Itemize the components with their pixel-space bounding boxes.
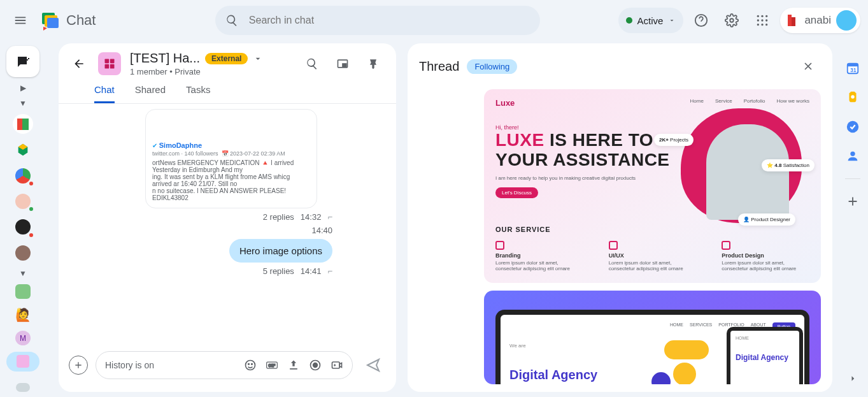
apps-button[interactable] (750, 8, 775, 33)
main-menu-button[interactable] (8, 8, 33, 33)
svg-text:GIF: GIF (268, 363, 275, 368)
tab-tasks[interactable]: Tasks (186, 84, 210, 103)
status-selector[interactable]: Active (618, 8, 684, 33)
emoji-icon[interactable] (244, 359, 257, 372)
rail-contact-3[interactable] (13, 166, 33, 185)
contacts-icon[interactable] (846, 149, 860, 163)
left-rail: ▶ ▼ ▼ 🙋 M (0, 41, 46, 397)
svg-rect-14 (17, 119, 22, 130)
search-input[interactable] (249, 15, 530, 26)
search-icon (225, 13, 238, 27)
expand-rail-icon[interactable]: ▶ (20, 83, 26, 92)
external-badge: External (205, 53, 248, 64)
svg-point-5 (757, 15, 759, 17)
chat-panel: [TEST] Ha... External 1 member • Private… (59, 43, 396, 392)
search-bar[interactable] (215, 6, 540, 35)
show-side-panel-button[interactable] (847, 373, 858, 384)
chevron-down-icon (668, 17, 676, 24)
space-icon (98, 52, 121, 75)
product-name: Chat (66, 12, 96, 29)
add-addon-button[interactable] (846, 194, 860, 208)
pin-button[interactable] (360, 51, 386, 76)
message-bubble[interactable]: Hero image options (229, 239, 332, 263)
new-chat-button[interactable] (6, 46, 39, 77)
rail-contact-4[interactable] (13, 192, 33, 211)
gif-icon[interactable]: GIF (266, 359, 278, 372)
send-button[interactable] (360, 352, 386, 378)
quote-author: SimoDaphne (159, 141, 202, 149)
svg-point-33 (851, 95, 855, 99)
svg-rect-31 (848, 64, 858, 67)
pip-button[interactable] (330, 51, 355, 76)
close-thread-button[interactable] (795, 54, 821, 79)
thread-panel: Thread Following Luxe HomeServicePortofo… (408, 43, 832, 392)
rail-space-1[interactable] (15, 284, 31, 299)
rail-space-2[interactable]: 🙋 (13, 305, 33, 324)
status-label: Active (637, 15, 664, 26)
timestamp: 14:40 (311, 226, 332, 235)
settings-button[interactable] (719, 8, 744, 33)
svg-point-8 (757, 19, 759, 21)
rail-space-3[interactable]: M (15, 331, 31, 345)
reply-summary-1[interactable]: 2 replies 14:32 ⌐ (263, 212, 332, 222)
following-badge[interactable]: Following (467, 59, 517, 74)
svg-point-12 (762, 24, 764, 25)
search-in-space-button[interactable] (299, 51, 325, 76)
history-label: History is on (105, 360, 154, 370)
rail-contact-1[interactable] (13, 114, 33, 133)
rail-contact-6[interactable] (13, 243, 33, 263)
svg-rect-18 (105, 64, 110, 69)
org-name: anabi (804, 14, 831, 27)
svg-rect-16 (105, 59, 110, 64)
upload-icon[interactable] (287, 359, 300, 372)
space-subtitle: 1 member • Private (130, 67, 263, 76)
thread-title: Thread (419, 59, 459, 74)
message-tail-icon: ⌐ (327, 266, 332, 276)
chat-logo-icon (41, 10, 61, 31)
svg-rect-21 (343, 64, 346, 66)
help-button[interactable] (688, 8, 714, 33)
svg-point-9 (762, 19, 764, 21)
attachment-image-1[interactable]: Luxe HomeServicePortofolioHow we works H… (484, 89, 821, 283)
svg-rect-2 (47, 18, 59, 28)
svg-rect-19 (110, 64, 115, 69)
collapse-spaces-icon[interactable]: ▼ (19, 269, 27, 278)
rail-contact-5[interactable] (13, 217, 33, 236)
calendar-icon[interactable]: 31 (846, 61, 860, 75)
space-title: [TEST] Ha... (130, 51, 200, 66)
org-account[interactable]: anabi (780, 8, 860, 33)
rail-contact-2[interactable] (13, 140, 33, 159)
rail-space-selected[interactable] (6, 352, 39, 371)
svg-rect-15 (22, 119, 29, 130)
keep-icon[interactable] (846, 90, 860, 105)
record-icon[interactable] (309, 359, 322, 372)
space-dropdown-icon[interactable] (253, 54, 263, 64)
svg-point-13 (765, 24, 767, 25)
svg-rect-29 (332, 362, 340, 368)
quoted-tweet-card[interactable]: ✔ SimoDaphne twitter.com · 140 followers… (145, 109, 317, 208)
svg-point-4 (730, 18, 734, 22)
side-panel-rail: 31 (837, 41, 868, 397)
product-logo: Chat (41, 10, 96, 31)
svg-rect-17 (110, 59, 115, 64)
rail-space-4[interactable] (13, 378, 33, 397)
message-input[interactable]: History is on GIF (96, 351, 353, 379)
video-icon[interactable] (331, 359, 343, 372)
attachment-image-2[interactable]: HOMESERVICESPORTFOLIOABOUTButton We are … (484, 291, 821, 384)
user-avatar[interactable] (836, 10, 857, 31)
tab-shared[interactable]: Shared (135, 84, 166, 103)
tasks-icon[interactable] (846, 120, 860, 134)
collapse-section-icon[interactable]: ▼ (19, 99, 27, 108)
svg-point-22 (246, 361, 255, 370)
svg-point-35 (850, 152, 855, 156)
back-button[interactable] (69, 54, 89, 74)
tab-chat[interactable]: Chat (94, 84, 115, 103)
reply-summary-2[interactable]: 5 replies 14:41 ⌐ (263, 266, 332, 276)
add-button[interactable] (69, 356, 88, 375)
org-logo-icon (786, 13, 799, 27)
status-dot-icon (626, 17, 632, 24)
message-list: ✔ SimoDaphne twitter.com · 140 followers… (59, 104, 396, 343)
svg-point-23 (248, 364, 250, 365)
svg-text:31: 31 (850, 68, 857, 73)
svg-point-11 (757, 24, 759, 25)
